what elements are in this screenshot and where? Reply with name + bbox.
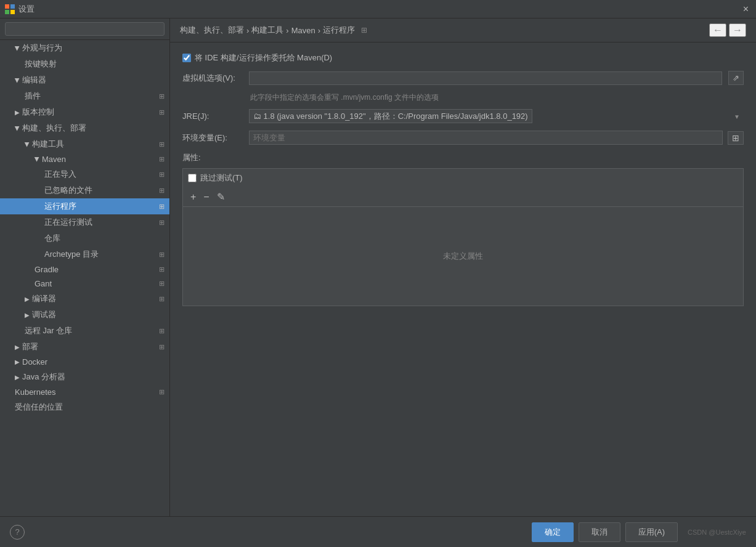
sidebar-item-maven[interactable]: ▶ Maven ⊞ [0,152,169,166]
sidebar-badge: ⊞ [159,203,165,211]
svg-rect-0 [5,4,9,9]
sidebar-badge: ⊞ [159,155,165,163]
breadcrumb-forward-button[interactable]: → [729,23,746,37]
breadcrumb-sep: › [286,26,288,35]
chevron-down-icon: ▼ [734,113,740,120]
sidebar-item-label: Gant [35,279,52,288]
breadcrumb-back-button[interactable]: ← [709,23,726,37]
properties-area: 跳过测试(T) + − ✎ 未定义属性 [182,168,744,306]
sidebar-item-deployment[interactable]: ▶ 部署 ⊞ [0,339,169,355]
expand-arrow: ▶ [14,126,21,131]
sidebar-item-build-tools[interactable]: ▶ 构建工具 ⊞ [0,136,169,152]
jvm-options-expand-button[interactable]: ⇗ [728,71,744,85]
watermark-text: CSDN @UestcXiye [688,529,746,536]
jre-row: JRE(J): 🗂 1.8 (java version "1.8.0_192"，… [182,109,744,123]
breadcrumb-sep: › [246,26,249,35]
sidebar-badge: ⊞ [159,140,165,148]
sidebar-item-vcs[interactable]: ▶ 版本控制 ⊞ [0,104,169,120]
breadcrumb-part-2: 构建工具 [251,25,283,36]
sidebar-item-debugger[interactable]: ▶ 调试器 [0,307,169,323]
apply-button[interactable]: 应用(A) [625,522,678,542]
sidebar-item-label: Gradle [35,265,59,274]
sidebar-item-label: Docker [22,357,47,367]
skip-tests-checkbox[interactable] [188,174,197,182]
sidebar-item-label: 已忽略的文件 [44,185,92,196]
sidebar-item-build[interactable]: ▶ 构建、执行、部署 [0,120,169,136]
expand-arrow: ▶ [15,109,20,116]
properties-section: 属性: 跳过测试(T) + − ✎ 未定义属性 [182,152,744,306]
sidebar-badge: ⊞ [159,171,165,179]
sidebar-item-label: 仓库 [44,233,60,244]
sidebar-item-label: 远程 Jar 仓库 [25,325,72,336]
sidebar-badge: ⊞ [159,265,165,274]
add-property-button[interactable]: + [188,190,198,204]
sidebar-item-label: 按键映射 [25,59,57,70]
expand-arrow: ▶ [15,344,20,350]
sidebar-item-repositories[interactable]: 仓库 [0,230,169,246]
bottom-bar: ? 确定 取消 应用(A) CSDN @UestcXiye [0,516,756,547]
svg-rect-1 [10,4,15,9]
jvm-options-input[interactable]: n.http.ssl.allowall=true -Dmaven.wagon.h… [249,71,722,85]
env-vars-expand-button[interactable]: ⊞ [728,131,744,145]
sidebar-badge: ⊞ [159,388,165,396]
env-vars-label: 环境变量(E): [182,132,244,144]
delegate-checkbox-label[interactable]: 将 IDE 构建/运行操作委托给 Maven(D) [182,52,332,63]
sidebar-item-java-analyzer[interactable]: ▶ Java 分析器 [0,369,169,385]
jvm-options-row: 虚拟机选项(V): n.http.ssl.allowall=true -Dmav… [182,71,744,85]
sidebar-item-running-tests[interactable]: 正在运行测试 ⊞ [0,214,169,230]
properties-empty-text: 未定义属性 [183,207,743,306]
content-inner: 将 IDE 构建/运行操作委托给 Maven(D) 虚拟机选项(V): n.ht… [170,43,756,516]
edit-property-button[interactable]: ✎ [214,190,227,204]
sidebar-item-label: 版本控制 [22,107,54,118]
help-button[interactable]: ? [10,525,25,540]
sidebar-item-archetypes[interactable]: Archetype 目录 ⊞ [0,246,169,262]
delegate-checkbox[interactable] [182,54,191,62]
sidebar-item-keymap[interactable]: 按键映射 [0,56,169,72]
breadcrumb-sep: › [318,26,320,35]
sidebar-item-importing[interactable]: 正在导入 ⊞ [0,166,169,182]
sidebar-item-appearance[interactable]: ▶ 外观与行为 [0,40,169,56]
remove-property-button[interactable]: − [201,190,211,204]
sidebar-badge: ⊞ [159,92,165,100]
title-bar: 设置 × [0,0,756,18]
sidebar-item-docker[interactable]: ▶ Docker [0,355,169,369]
jre-select-wrapper: 🗂 1.8 (java version "1.8.0_192"，路径：C:/Pr… [249,109,744,123]
sidebar-item-remote-jars[interactable]: 远程 Jar 仓库 ⊞ [0,323,169,339]
sidebar-item-gant[interactable]: Gant ⊞ [0,277,169,291]
sidebar-item-label: 调试器 [32,309,56,320]
delegate-label-text: 将 IDE 构建/运行操作委托给 Maven(D) [195,52,332,63]
sidebar-item-compilers[interactable]: ▶ 编译器 ⊞ [0,291,169,307]
sidebar-item-plugins[interactable]: 插件 ⊞ [0,88,169,104]
cancel-button[interactable]: 取消 [579,522,620,542]
sidebar-item-label: Archetype 目录 [44,249,99,260]
breadcrumb-icon: ⊞ [361,26,367,34]
env-vars-input[interactable] [249,131,723,145]
sidebar-badge: ⊞ [159,295,165,303]
breadcrumb-part-4: 运行程序 [323,25,355,36]
sidebar-item-gradle[interactable]: Gradle ⊞ [0,262,169,277]
app-icon [5,4,15,14]
ok-button[interactable]: 确定 [532,522,574,542]
expand-arrow: ▶ [15,374,20,381]
sidebar-item-label: Kubernetes [15,387,56,397]
delegate-checkbox-row: 将 IDE 构建/运行操作委托给 Maven(D) [182,52,744,63]
sidebar-badge: ⊞ [159,280,165,288]
sidebar-item-label: 编译器 [32,293,56,304]
sidebar-item-runner[interactable]: 运行程序 ⊞ [0,198,169,214]
bottom-right: 确定 取消 应用(A) CSDN @UestcXiye [532,522,746,542]
sidebar-item-kubernetes[interactable]: Kubernetes ⊞ [0,385,169,399]
search-input[interactable] [5,22,165,36]
sidebar-item-label: 运行程序 [44,201,76,212]
jre-select[interactable]: 🗂 1.8 (java version "1.8.0_192"，路径：C:/Pr… [249,109,532,123]
sidebar-item-trusted[interactable]: 受信任的位置 [0,399,169,415]
jvm-options-label: 虚拟机选项(V): [182,73,244,84]
skip-tests-row: 跳过测试(T) [183,169,743,187]
sidebar-item-ignored[interactable]: 已忽略的文件 ⊞ [0,182,169,198]
sidebar-item-editor[interactable]: ▶ 编辑器 [0,72,169,88]
sidebar-badge: ⊞ [159,108,165,116]
sidebar-item-label: 编辑器 [22,75,46,86]
jvm-hint-text: 此字段中指定的选项会重写 .mvn/jvm.config 文件中的选项 [250,92,744,103]
close-button[interactable]: × [741,4,751,15]
svg-rect-2 [5,10,9,14]
sidebar: 🔍 ▶ 外观与行为 按键映射 ▶ 编辑器 插件 ⊞ ▶ 版本控制 ⊞ ▶ 构建、… [0,18,170,516]
